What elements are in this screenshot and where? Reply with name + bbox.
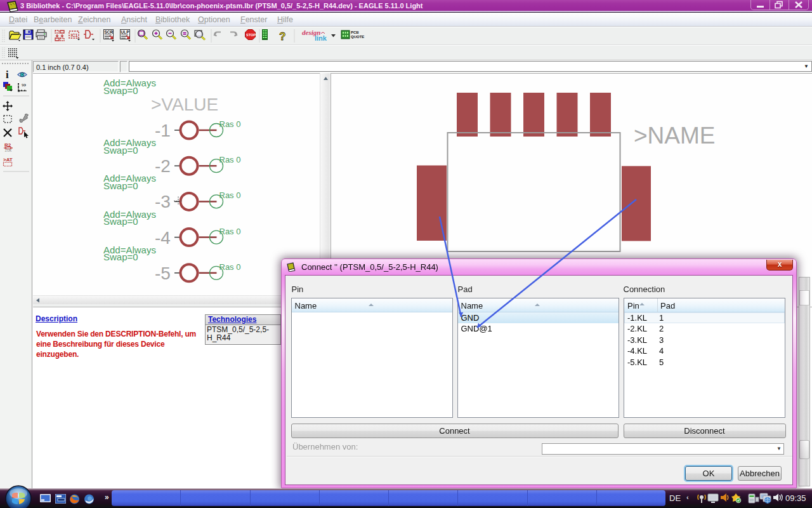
svg-text:i: i (6, 69, 9, 81)
svg-text:>AT: >AT (3, 157, 13, 163)
svg-text:ULP: ULP (121, 30, 130, 34)
svg-text:-5: -5 (155, 264, 171, 283)
svg-text:Ras 0: Ras 0 (219, 227, 241, 236)
svg-text:>VALUE: >VALUE (151, 95, 218, 114)
svg-text:Swap=0: Swap=0 (103, 85, 138, 96)
svg-text:Swap=0: Swap=0 (103, 216, 138, 227)
svg-text:?: ? (279, 30, 285, 43)
svg-text:STOP: STOP (246, 33, 256, 37)
svg-text:QUOTE: QUOTE (351, 35, 364, 39)
svg-text:Ras 0: Ras 0 (219, 155, 241, 164)
svg-text:PCB: PCB (351, 30, 359, 34)
svg-text:link: link (315, 34, 327, 42)
svg-text:-3: -3 (155, 192, 171, 211)
svg-text:Ras 0: Ras 0 (219, 262, 241, 272)
svg-text:-4: -4 (155, 228, 171, 248)
svg-text:Swap=0: Swap=0 (103, 180, 138, 191)
svg-text:Ras 0: Ras 0 (219, 119, 241, 129)
svg-text:-2: -2 (155, 156, 171, 176)
svg-text:SCR: SCR (105, 30, 114, 34)
svg-text:-1: -1 (155, 121, 171, 140)
svg-text:10k: 10k (4, 148, 12, 152)
svg-text:>NAME: >NAME (634, 123, 716, 149)
svg-text:Swap=0: Swap=0 (103, 145, 138, 156)
svg-text:Ras 0: Ras 0 (219, 190, 241, 200)
svg-text:Swap=0: Swap=0 (103, 251, 138, 262)
svg-text:IC1: IC1 (71, 33, 78, 37)
